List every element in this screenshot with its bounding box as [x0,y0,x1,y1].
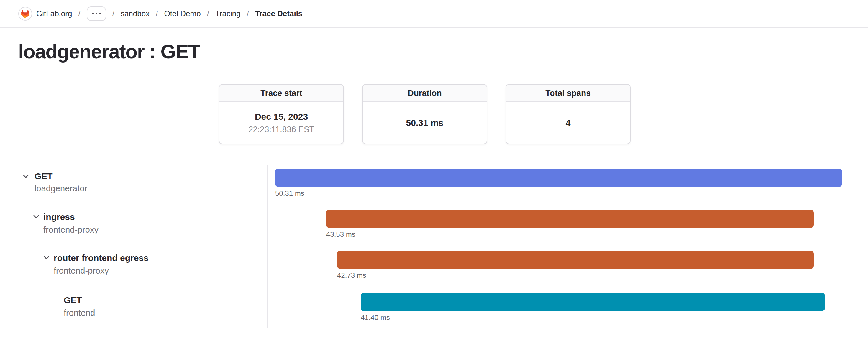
span-service: frontend-proxy [54,266,109,276]
breadcrumb-separator: / [156,9,158,18]
breadcrumb-item-sandbox[interactable]: sandbox [121,9,150,18]
span-duration-bar[interactable] [275,169,842,187]
chevron-down-icon[interactable] [22,172,30,181]
chevron-down-icon[interactable] [42,254,51,263]
span-row: router frontend egress frontend-proxy 42… [18,245,849,287]
span-service: loadgenerator [34,184,87,193]
total-spans-card: Total spans 4 [505,84,630,144]
span-waterfall: GET loadgenerator 50.31 ms ingress front… [18,165,849,328]
card-label: Trace start [219,85,343,102]
span-row: ingress frontend-proxy 43.53 ms [18,204,849,245]
span-row: GET frontend 41.40 ms [18,287,849,328]
breadcrumb-item-otel-demo[interactable]: Otel Demo [164,9,200,18]
card-label: Duration [363,85,487,102]
span-duration-label: 50.31 ms [275,189,304,197]
breadcrumb-item-tracing[interactable]: Tracing [215,9,241,18]
span-duration-label: 41.40 ms [361,313,390,322]
breadcrumb-separator: / [78,9,80,18]
breadcrumb-item-trace-details: Trace Details [255,9,302,18]
gitlab-logo-icon [18,7,32,21]
span-row: GET loadgenerator 50.31 ms [18,165,849,204]
trace-start-date: Dec 15, 2023 [255,112,308,122]
breadcrumb-label: GitLab.org [36,9,72,18]
span-service: frontend [64,308,95,318]
breadcrumb-separator: / [247,9,249,18]
page-title: loadgenerator : GET [18,40,200,63]
span-operation: router frontend egress [54,253,149,263]
span-operation: GET [34,171,53,181]
span-duration-bar[interactable] [337,251,814,269]
total-spans-value: 4 [566,118,571,128]
span-duration-bar[interactable] [326,210,814,228]
span-duration-label: 43.53 ms [326,230,355,238]
trace-summary-cards: Trace start Dec 15, 2023 22:23:11.836 ES… [219,84,630,144]
span-operation: ingress [43,212,75,222]
card-label: Total spans [506,85,630,102]
span-operation: GET [64,295,82,305]
chevron-down-icon[interactable] [32,213,40,222]
ellipsis-icon [92,13,101,14]
span-duration-bar[interactable] [361,293,825,311]
trace-start-time: 22:23:11.836 EST [248,125,314,134]
duration-value: 50.31 ms [406,118,443,128]
trace-start-card: Trace start Dec 15, 2023 22:23:11.836 ES… [219,84,344,144]
duration-card: Duration 50.31 ms [362,84,487,144]
span-duration-label: 42.73 ms [337,271,366,280]
span-service: frontend-proxy [43,225,98,235]
breadcrumb-ellipsis-button[interactable] [87,6,106,21]
breadcrumb: GitLab.org / / sandbox / Otel Demo / Tra… [0,0,868,28]
breadcrumb-item-gitlab-org[interactable]: GitLab.org [18,7,72,21]
breadcrumb-separator: / [207,9,209,18]
breadcrumb-separator: / [112,9,115,18]
